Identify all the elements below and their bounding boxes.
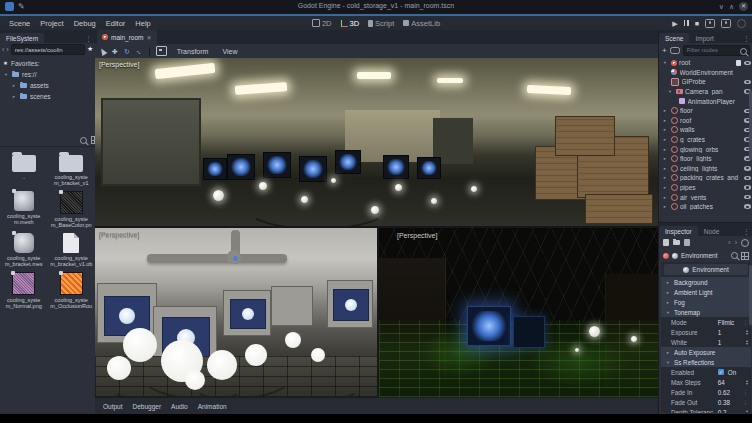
tab-filesystem[interactable]: FileSystem	[0, 33, 44, 43]
property-white[interactable]: White1▴▾	[661, 337, 751, 347]
debugger-button[interactable]: Debugger	[133, 403, 162, 410]
object-history-icon[interactable]	[741, 239, 749, 247]
tree-item-assets[interactable]: ▸assets	[3, 80, 95, 91]
scale-tool-icon[interactable]: ↔	[134, 46, 144, 56]
scene-node[interactable]: ▸walls	[659, 125, 752, 135]
file-item[interactable]: cooling_syste m_bracket.mes	[1, 231, 46, 267]
add-node-button[interactable]: +	[662, 46, 667, 55]
options-icon[interactable]: ⋮	[743, 319, 748, 325]
tree-item-favorites[interactable]: ★Favorites:	[3, 58, 95, 69]
history-back-icon[interactable]: ‹	[728, 239, 730, 246]
visibility-eye-icon[interactable]	[744, 80, 751, 85]
spinner-icon[interactable]: ▴▾	[746, 339, 748, 345]
expand-arrow[interactable]: ▸	[662, 108, 668, 113]
dock-menu-icon[interactable]: ⋮	[82, 35, 95, 43]
property-max-steps[interactable]: Max Steps64▴▾	[661, 377, 751, 387]
spinner-icon[interactable]: ▴▾	[746, 329, 748, 335]
scene-tab-main-room[interactable]: main_room ✕	[97, 30, 157, 44]
section-auto-exposure[interactable]: ▸Auto Exposure	[661, 347, 751, 357]
scene-node[interactable]: GIProbe	[659, 77, 752, 87]
expand-arrow[interactable]: ▸	[11, 94, 17, 99]
load-resource-icon[interactable]	[673, 240, 680, 245]
section-tonemap[interactable]: ▾Tonemap	[661, 307, 751, 317]
nav-forward-button[interactable]: ›	[6, 46, 8, 53]
scene-node[interactable]: ▸roof	[659, 116, 752, 126]
visibility-eye-icon[interactable]	[744, 176, 751, 181]
section-fog[interactable]: ▸Fog	[661, 297, 751, 307]
file-item[interactable]: cooling_syste m_bracket_v1	[49, 151, 94, 186]
animation-button[interactable]: Animation	[198, 403, 227, 410]
property-fade-out[interactable]: Fade Out0.38⋮	[661, 397, 751, 407]
expand-arrow[interactable]: ▸	[662, 147, 668, 152]
new-resource-icon[interactable]	[663, 239, 669, 246]
tree-item-scenes[interactable]: ▸scenes	[3, 91, 95, 102]
pause-button[interactable]	[684, 20, 689, 26]
file-item[interactable]: cooling_syste m_bracket_v1.ob	[49, 231, 94, 267]
slider-handle-icon[interactable]: ⋮	[743, 389, 748, 395]
property-fade-in[interactable]: Fade In0.62⋮	[661, 387, 751, 397]
scene-node[interactable]: ▸packing_crates_and_	[659, 173, 752, 183]
section-ambient-light[interactable]: ▸Ambient Light	[661, 287, 751, 297]
expand-arrow[interactable]: ▸	[662, 118, 668, 123]
expand-arrow[interactable]: ▸	[662, 156, 668, 161]
scene-node[interactable]: ▸floor	[659, 106, 752, 116]
play-button[interactable]: ▶	[672, 20, 677, 27]
file-item[interactable]: ..	[1, 151, 46, 186]
filter-nodes-input[interactable]: Filter nodes	[683, 45, 750, 56]
scene-node[interactable]: ▾Camera_pan	[659, 87, 752, 97]
maximize-button[interactable]: ∧	[729, 3, 734, 11]
scene-node[interactable]: ▸glowing_orbs	[659, 144, 752, 154]
scene-node[interactable]: ▸air_vents	[659, 192, 752, 202]
dock-menu-icon[interactable]: ⋮	[740, 35, 752, 43]
minimize-button[interactable]: ∨	[719, 3, 724, 11]
viewport-bottom-left[interactable]: [Perspective]	[95, 228, 377, 397]
visibility-eye-icon[interactable]	[744, 204, 751, 209]
search-icon[interactable]	[731, 252, 738, 259]
viewport-top[interactable]: [Perspective]	[95, 58, 658, 226]
tab-node[interactable]: Node	[698, 226, 726, 236]
workspace-2d[interactable]: 2D	[312, 19, 332, 28]
favorite-toggle-icon[interactable]: ★	[87, 46, 93, 53]
history-forward-icon[interactable]: ›	[735, 239, 737, 246]
expand-arrow[interactable]: ▾	[3, 72, 9, 77]
snap-toggle-icon[interactable]	[156, 46, 167, 56]
visibility-eye-icon[interactable]	[744, 185, 751, 190]
play-scene-button[interactable]	[705, 19, 715, 28]
workspace-script[interactable]: Script	[368, 19, 394, 28]
stop-button[interactable]: ■	[695, 20, 699, 27]
close-tab-icon[interactable]: ✕	[147, 34, 152, 41]
expand-arrow[interactable]: ▸	[662, 204, 668, 209]
expand-arrow[interactable]: ▸	[662, 175, 668, 180]
property-depth-tolerance[interactable]: Depth Toleranc0.2▴▾	[661, 407, 751, 413]
expand-arrow[interactable]: ▸	[662, 166, 668, 171]
expand-arrow[interactable]: ▸	[662, 137, 668, 142]
inspector-tools-icon[interactable]	[741, 252, 749, 260]
property-mode[interactable]: ModeFilmic⋮	[661, 317, 751, 327]
audio-button[interactable]: Audio	[171, 403, 188, 410]
property-exposure[interactable]: Exposure1▴▾	[661, 327, 751, 337]
spinner-icon[interactable]: ▴▾	[746, 379, 748, 385]
file-item[interactable]: cooling_syste m.mesh	[1, 189, 46, 228]
slider-handle-icon[interactable]: ⋮	[743, 399, 748, 405]
scene-node[interactable]: ▸g_crates	[659, 135, 752, 145]
expand-arrow[interactable]: ▾	[667, 89, 673, 94]
property-enabled[interactable]: Enabled✓On	[661, 367, 751, 377]
play-custom-scene-button[interactable]	[721, 19, 731, 28]
section-background[interactable]: ▸Background	[661, 277, 751, 287]
visibility-eye-icon[interactable]	[744, 166, 751, 171]
expand-arrow[interactable]: ▸	[662, 195, 668, 200]
file-item[interactable]: cooling_syste m_Normal.png	[1, 270, 46, 309]
file-item[interactable]: cooling_syste m_BaseColor.pn	[49, 189, 94, 228]
section-ss-reflections[interactable]: ▾Ss Reflections	[661, 357, 751, 367]
expand-arrow[interactable]: ▸	[662, 185, 668, 190]
scene-node[interactable]: ▸floor_lights	[659, 154, 752, 164]
instance-scene-icon[interactable]	[670, 47, 680, 54]
visibility-eye-icon[interactable]	[744, 61, 751, 66]
save-resource-icon[interactable]	[684, 239, 690, 246]
nav-back-button[interactable]: ‹	[2, 46, 4, 53]
tab-scene[interactable]: Scene	[659, 33, 689, 43]
expand-arrow[interactable]: ▸	[11, 83, 17, 88]
scene-node[interactable]: AnimationPlayer	[659, 96, 752, 106]
select-tool-icon[interactable]	[99, 46, 108, 55]
dock-menu-icon[interactable]: ⋮	[740, 228, 752, 236]
